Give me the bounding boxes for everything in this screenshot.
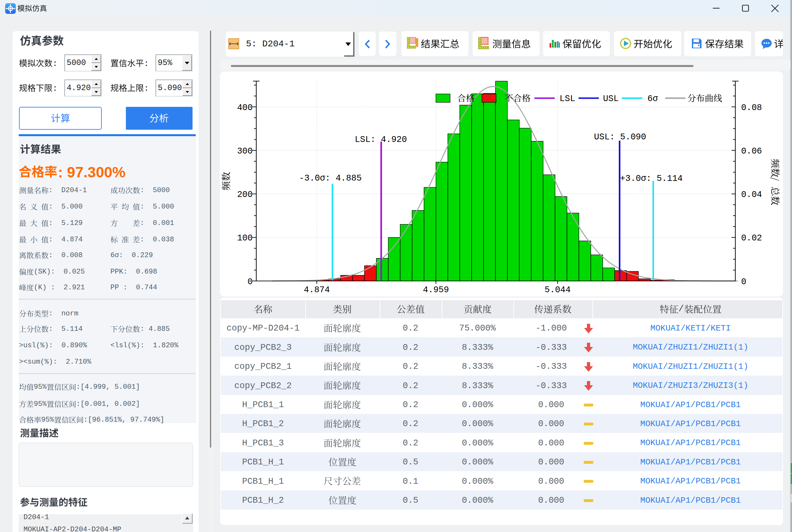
svg-text:LSL: 4.920: LSL: 4.920 xyxy=(355,135,407,145)
svg-text:4.959: 4.959 xyxy=(423,285,449,295)
svg-text:100: 100 xyxy=(237,233,253,243)
svg-text:0: 0 xyxy=(741,277,746,287)
svg-text:-3.0σ: 4.885: -3.0σ: 4.885 xyxy=(299,173,361,183)
svg-text:USL: 5.090: USL: 5.090 xyxy=(594,132,646,142)
svg-text:+3.0σ: 5.114: +3.0σ: 5.114 xyxy=(620,174,682,184)
svg-text:0: 0 xyxy=(248,277,253,287)
svg-text:0.06: 0.06 xyxy=(741,147,762,156)
svg-text:300: 300 xyxy=(237,147,253,156)
svg-text:0.04: 0.04 xyxy=(741,190,762,200)
svg-text:USL: USL xyxy=(603,94,619,103)
svg-text:5.044: 5.044 xyxy=(544,285,570,295)
svg-text:400: 400 xyxy=(237,103,253,113)
svg-text:0.08: 0.08 xyxy=(741,103,762,113)
svg-text:LSL: LSL xyxy=(560,94,575,103)
svg-text:0.02: 0.02 xyxy=(741,233,762,243)
svg-text:200: 200 xyxy=(237,190,253,200)
svg-text:6σ: 6σ xyxy=(647,94,658,103)
svg-text:4.874: 4.874 xyxy=(304,285,330,295)
